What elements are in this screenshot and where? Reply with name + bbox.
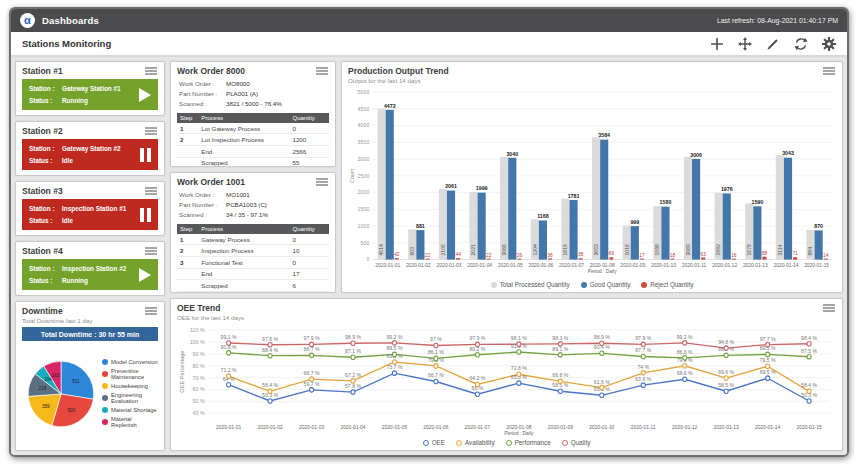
svg-text:2020-01-01: 2020-01-01: [375, 263, 400, 268]
field-value: MO1001: [226, 190, 327, 200]
station-card-title: Station #3: [22, 186, 63, 196]
svg-text:64.2 %: 64.2 %: [469, 375, 485, 381]
svg-text:1819: 1819: [562, 244, 568, 255]
svg-text:511: 511: [72, 378, 80, 383]
add-widget-icon[interactable]: [710, 37, 724, 51]
station-label: Station :: [29, 83, 62, 94]
svg-text:1000: 1000: [358, 223, 370, 229]
svg-text:2020-01-09: 2020-01-09: [548, 424, 573, 430]
menu-icon[interactable]: [822, 303, 836, 313]
svg-text:86.6 %: 86.6 %: [677, 349, 693, 355]
field-value: PLA001 (A): [226, 89, 327, 99]
svg-text:18: 18: [670, 253, 676, 258]
svg-text:163: 163: [52, 372, 60, 377]
svg-text:86.1 %: 86.1 %: [428, 349, 444, 355]
downtime-title: Downtime: [22, 306, 93, 316]
svg-text:99.2 %: 99.2 %: [386, 334, 402, 340]
svg-text:58.5 %: 58.5 %: [718, 382, 734, 388]
menu-icon[interactable]: [144, 186, 158, 196]
column-header: Process: [198, 113, 289, 123]
station-label: Station :: [29, 263, 62, 274]
total-downtime-banner: Total Downtime : 30 hr 55 min: [22, 327, 158, 341]
legend-marker-icon: [581, 282, 587, 288]
svg-text:66.7 %: 66.7 %: [428, 372, 444, 378]
svg-text:Period : Daily: Period : Daily: [588, 269, 617, 274]
svg-text:100 %: 100 %: [190, 339, 205, 345]
legend-marker-icon: [456, 440, 462, 446]
app-title: Dashboards: [42, 15, 99, 26]
station-name: Inspection Station #1: [62, 203, 126, 214]
menu-icon[interactable]: [144, 306, 158, 316]
work-order-steps-table: StepProcessQuantity1Gateway Process02Ins…: [177, 224, 329, 293]
station-name: Gateway Station #2: [62, 143, 121, 154]
legend-item: OEE: [423, 439, 445, 446]
svg-text:3066: 3066: [501, 244, 507, 255]
oee-legend: OEEAvailabilityPerformanceQuality: [177, 438, 836, 446]
edit-icon[interactable]: [766, 37, 780, 51]
svg-text:3000: 3000: [358, 156, 370, 162]
svg-text:1598: 1598: [654, 244, 660, 255]
svg-text:69.5 %: 69.5 %: [760, 369, 776, 375]
refresh-icon[interactable]: [794, 37, 808, 51]
svg-text:98.9 %: 98.9 %: [345, 334, 361, 340]
station-card: Station #3Station :Inspection Station #1…: [15, 181, 165, 236]
svg-text:3584: 3584: [598, 132, 610, 138]
svg-text:110 %: 110 %: [190, 327, 205, 333]
field-label: Work Order :: [179, 190, 226, 200]
table-row: Scrapped55: [177, 157, 329, 167]
legend-item: Model Conversion: [102, 359, 158, 365]
menu-icon[interactable]: [315, 66, 329, 76]
legend-item: Total Processed Quantity: [491, 281, 570, 288]
svg-text:1580: 1580: [660, 199, 672, 205]
field-value: 3821 / 5000 - 76.4%: [226, 99, 327, 109]
svg-text:74 %: 74 %: [637, 364, 649, 370]
svg-text:1678: 1678: [746, 244, 752, 255]
status-label: Status :: [29, 275, 62, 286]
svg-text:94.8 %: 94.8 %: [718, 339, 734, 345]
field-label: Work Order :: [179, 79, 226, 89]
svg-text:89.5 %: 89.5 %: [386, 345, 402, 351]
legend-item: Material Replenish: [102, 416, 158, 428]
svg-text:72.8 %: 72.8 %: [511, 365, 527, 371]
oee-title: OEE Trend: [177, 303, 244, 313]
settings-icon[interactable]: [822, 37, 836, 51]
move-icon[interactable]: [738, 37, 752, 51]
svg-text:2020-01-14: 2020-01-14: [755, 424, 780, 430]
svg-text:98.1 %: 98.1 %: [511, 335, 527, 341]
status-label: Status :: [29, 95, 62, 106]
svg-text:5000: 5000: [358, 89, 370, 95]
svg-text:2020-01-01: 2020-01-01: [216, 424, 241, 430]
play-icon: [139, 88, 151, 102]
svg-text:99.2 %: 99.2 %: [677, 334, 693, 340]
station-status-value: Idle: [62, 155, 73, 166]
station-name: Gateway Station #1: [62, 83, 121, 94]
menu-icon[interactable]: [144, 246, 158, 256]
downtime-card: Downtime Total Downtime last 1 day Total…: [15, 301, 165, 451]
svg-text:97.7 %: 97.7 %: [760, 335, 776, 341]
svg-text:3043: 3043: [782, 150, 794, 156]
svg-text:67.2 %: 67.2 %: [345, 372, 361, 378]
legend-marker-icon: [102, 407, 108, 413]
field-value: 34 / 35 - 97.1%: [226, 210, 327, 220]
legend-item: Reject Quantity: [641, 281, 693, 288]
table-row: 2Inspection Process10: [177, 245, 329, 257]
svg-text:2105: 2105: [440, 244, 446, 255]
svg-text:26: 26: [517, 253, 523, 258]
menu-icon[interactable]: [822, 66, 836, 76]
menu-icon[interactable]: [315, 177, 329, 187]
legend-item: Good Quantity: [581, 281, 631, 288]
svg-text:2020-01-09: 2020-01-09: [620, 263, 645, 268]
menu-icon[interactable]: [144, 126, 158, 136]
station-status-value: Running: [62, 95, 88, 106]
legend-marker-icon: [562, 440, 568, 446]
downtime-pie-chart: 511500359218104163: [22, 351, 100, 437]
svg-text:90 %: 90 %: [193, 351, 205, 357]
svg-text:2020-01-15: 2020-01-15: [796, 424, 821, 430]
svg-text:2020-01-15: 2020-01-15: [804, 263, 829, 268]
svg-text:2020-01-04: 2020-01-04: [340, 424, 365, 430]
svg-text:36: 36: [547, 253, 553, 258]
menu-icon[interactable]: [144, 66, 158, 76]
svg-text:87.1 %: 87.1 %: [345, 348, 361, 354]
svg-text:3114: 3114: [777, 244, 783, 255]
svg-text:1999: 1999: [476, 185, 488, 191]
